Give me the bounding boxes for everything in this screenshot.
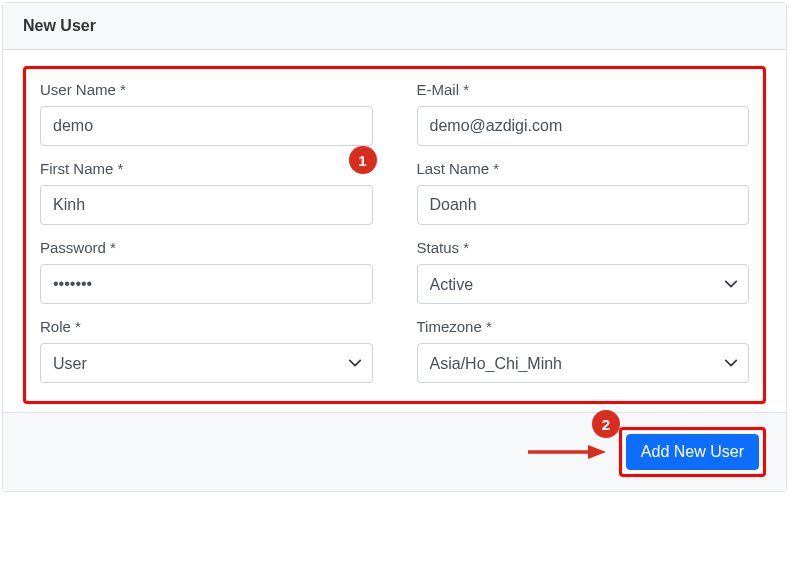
firstname-label: First Name * [40,160,373,177]
card-footer: 2 Add New User [3,412,786,491]
card-body: User Name * E-Mail * First Name * 1 Last… [3,50,786,412]
username-input[interactable] [40,106,373,146]
firstname-input[interactable] [40,185,373,225]
timezone-group: Timezone * Asia/Ho_Chi_Minh [417,318,750,383]
username-group: User Name * [40,81,373,146]
new-user-card: New User User Name * E-Mail * First Name… [2,2,787,492]
status-label: Status * [417,239,750,256]
password-group: Password * [40,239,373,304]
form-row: First Name * 1 Last Name * [40,160,749,225]
password-input[interactable] [40,264,373,304]
annotation-badge-2: 2 [592,410,620,438]
card-header: New User [3,3,786,50]
annotation-badge-1: 1 [349,146,377,174]
form-row: Password * Status * Active [40,239,749,304]
email-input[interactable] [417,106,750,146]
timezone-label: Timezone * [417,318,750,335]
card-title: New User [23,17,96,34]
password-label: Password * [40,239,373,256]
add-new-user-button[interactable]: Add New User [626,434,759,470]
email-label: E-Mail * [417,81,750,98]
role-select[interactable]: User [40,343,373,383]
arrow-icon [526,442,606,462]
form-row: Role * User Timezone * Asia/Ho_Chi_Minh [40,318,749,383]
svg-marker-1 [588,445,606,459]
form-row: User Name * E-Mail * [40,81,749,146]
lastname-label: Last Name * [417,160,750,177]
status-group: Status * Active [417,239,750,304]
timezone-select[interactable]: Asia/Ho_Chi_Minh [417,343,750,383]
submit-highlight-box: 2 Add New User [619,427,766,477]
lastname-input[interactable] [417,185,750,225]
email-group: E-Mail * [417,81,750,146]
firstname-group: First Name * 1 [40,160,373,225]
form-highlight-box: User Name * E-Mail * First Name * 1 Last… [23,66,766,404]
role-group: Role * User [40,318,373,383]
lastname-group: Last Name * [417,160,750,225]
role-label: Role * [40,318,373,335]
status-select[interactable]: Active [417,264,750,304]
username-label: User Name * [40,81,373,98]
